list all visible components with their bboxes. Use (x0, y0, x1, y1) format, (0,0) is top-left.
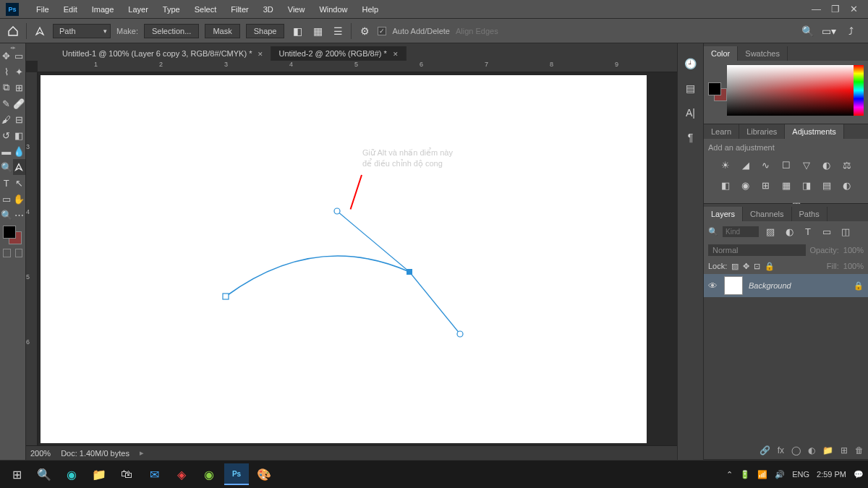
layer-lock-icon[interactable]: 🔒 (854, 281, 864, 291)
layer-item[interactable]: 👁 Background 🔒 (704, 274, 868, 297)
heal-tool[interactable]: 🩹 (13, 95, 26, 111)
colorlookup-adj-icon[interactable]: ▦ (779, 178, 793, 192)
ruler-vertical[interactable]: 3 4 5 6 (26, 72, 38, 445)
menu-file[interactable]: File (29, 0, 56, 19)
blend-mode-dropdown[interactable]: Normal (708, 244, 806, 256)
delete-layer-icon[interactable]: 🗑 (855, 445, 864, 455)
fill-value[interactable]: 100% (843, 262, 864, 271)
minimize-button[interactable]: — (812, 4, 821, 14)
channelmixer-adj-icon[interactable]: ⊞ (759, 178, 773, 192)
language-indicator[interactable]: ENG (792, 470, 809, 479)
menu-help[interactable]: Help (355, 0, 386, 19)
photofilter-adj-icon[interactable]: ◉ (739, 178, 753, 192)
marquee-tool[interactable]: ▭ (13, 48, 26, 64)
filter-adjust-icon[interactable]: ◐ (782, 224, 796, 239)
clock[interactable]: 2:59 PM (817, 470, 846, 479)
document-tab-1[interactable]: Untitled-1 @ 100% (Layer 6 copy 3, RGB/8… (55, 46, 271, 61)
search-taskbar-icon[interactable]: 🔍 (32, 463, 56, 485)
doc-size[interactable]: Doc: 1.40M/0 bytes (61, 449, 129, 458)
color-picker[interactable] (727, 65, 864, 116)
screenmode-toggle[interactable] (15, 249, 23, 257)
menu-3d[interactable]: 3D (256, 0, 281, 19)
store-icon[interactable]: 🛍 (114, 463, 139, 485)
lasso-tool[interactable]: ⌇ (0, 64, 13, 80)
menu-image[interactable]: Image (85, 0, 122, 19)
hand-tool[interactable]: ✋ (13, 191, 26, 207)
shape-button[interactable]: Shape (246, 24, 285, 38)
layer-fx-icon[interactable]: fx (778, 445, 784, 455)
path-select-tool[interactable]: ↖ (13, 175, 26, 191)
lock-all-icon[interactable]: 🔒 (765, 262, 775, 271)
app-icon-1[interactable]: ◈ (169, 463, 194, 485)
posterize-adj-icon[interactable]: ▤ (820, 178, 834, 192)
filter-image-icon[interactable]: ▨ (763, 224, 778, 239)
notifications-icon[interactable]: 💬 (854, 470, 864, 479)
filter-type-icon[interactable]: T (801, 224, 815, 239)
brush-tool[interactable]: 🖌 (0, 111, 13, 127)
new-layer-icon[interactable]: ⊞ (841, 445, 848, 455)
app-icon-2[interactable]: ◉ (197, 463, 221, 485)
paint-icon[interactable]: 🎨 (252, 463, 276, 485)
blur-tool[interactable]: 💧 (13, 143, 26, 159)
close-button[interactable]: ✕ (850, 4, 858, 14)
photoshop-taskbar-icon[interactable]: Ps (224, 463, 249, 485)
type-tool[interactable]: T (0, 175, 13, 191)
lock-artboard-icon[interactable]: ⊡ (754, 262, 760, 271)
visibility-icon[interactable]: 👁 (708, 281, 718, 291)
crop-tool[interactable]: ⧉ (0, 80, 13, 95)
mode-dropdown[interactable]: Path (53, 24, 111, 38)
wand-tool[interactable]: ✦ (13, 64, 26, 80)
tray-up-icon[interactable]: ⌃ (726, 470, 733, 479)
menu-select[interactable]: Select (187, 0, 224, 19)
exposure-adj-icon[interactable]: ☐ (779, 158, 793, 172)
character-panel-icon[interactable]: A| (686, 107, 695, 119)
hue-adj-icon[interactable]: ◐ (820, 158, 834, 172)
close-tab-icon[interactable]: ✕ (393, 51, 399, 58)
layers-tab[interactable]: Layers (704, 207, 743, 221)
curves-adj-icon[interactable]: ∿ (759, 158, 773, 172)
eyedropper-tool[interactable]: ✎ (0, 95, 13, 111)
home-icon[interactable] (6, 24, 20, 38)
edge-icon[interactable]: ◉ (59, 463, 84, 485)
auto-add-checkbox[interactable]: ✓ (378, 27, 386, 35)
document-tab-2[interactable]: Untitled-2 @ 200% (RGB/8#) *✕ (271, 46, 406, 61)
invert-adj-icon[interactable]: ◨ (799, 178, 814, 192)
menu-layer[interactable]: Layer (121, 0, 156, 19)
gradient-tool[interactable]: ▬ (0, 143, 13, 159)
close-tab-icon[interactable]: ✕ (258, 51, 263, 58)
zoom-tool[interactable]: 🔍 (0, 207, 13, 223)
colorbalance-adj-icon[interactable]: ⚖ (840, 158, 854, 172)
opacity-value[interactable]: 100% (843, 246, 864, 254)
search-icon[interactable]: 🔍 (800, 24, 814, 38)
restore-button[interactable]: ❐ (831, 4, 840, 14)
dodge-tool[interactable]: 🔍 (0, 159, 13, 175)
pen-tool[interactable] (13, 159, 26, 175)
paths-tab[interactable]: Paths (792, 207, 827, 221)
new-group-icon[interactable]: 📁 (822, 445, 833, 455)
brightness-adj-icon[interactable]: ☀ (718, 158, 733, 172)
filter-shape-icon[interactable]: ▭ (820, 224, 834, 239)
share-icon[interactable]: ⤴ (843, 24, 858, 38)
lock-position-icon[interactable]: ✥ (743, 262, 749, 271)
history-brush-tool[interactable]: ↺ (0, 127, 13, 143)
layer-name[interactable]: Background (749, 281, 791, 290)
volume-icon[interactable]: 🔊 (775, 470, 785, 479)
levels-adj-icon[interactable]: ◢ (739, 158, 753, 172)
layer-mask-icon[interactable]: ◯ (791, 445, 801, 455)
mail-icon[interactable]: ✉ (142, 463, 166, 485)
color-tab[interactable]: Color (704, 46, 738, 61)
filter-smart-icon[interactable]: ◫ (838, 224, 853, 239)
layer-thumbnail[interactable] (724, 276, 743, 295)
quickmask-toggle[interactable] (3, 249, 11, 257)
menu-window[interactable]: Window (312, 0, 354, 19)
explorer-icon[interactable]: 📁 (87, 463, 111, 485)
channels-tab[interactable]: Channels (743, 207, 791, 221)
path-ops-icon[interactable]: ◧ (290, 24, 305, 38)
vibrance-adj-icon[interactable]: ▽ (799, 158, 814, 172)
extra-tool[interactable]: ⋯ (13, 207, 26, 223)
canvas[interactable]: Giữ Alt và nhấn điểm này để điều chỉnh đ… (41, 75, 647, 443)
eraser-tool[interactable]: ◧ (13, 127, 26, 143)
zoom-level[interactable]: 200% (30, 449, 51, 458)
pen-tool-icon[interactable] (33, 24, 47, 38)
battery-icon[interactable]: 🔋 (740, 470, 750, 479)
